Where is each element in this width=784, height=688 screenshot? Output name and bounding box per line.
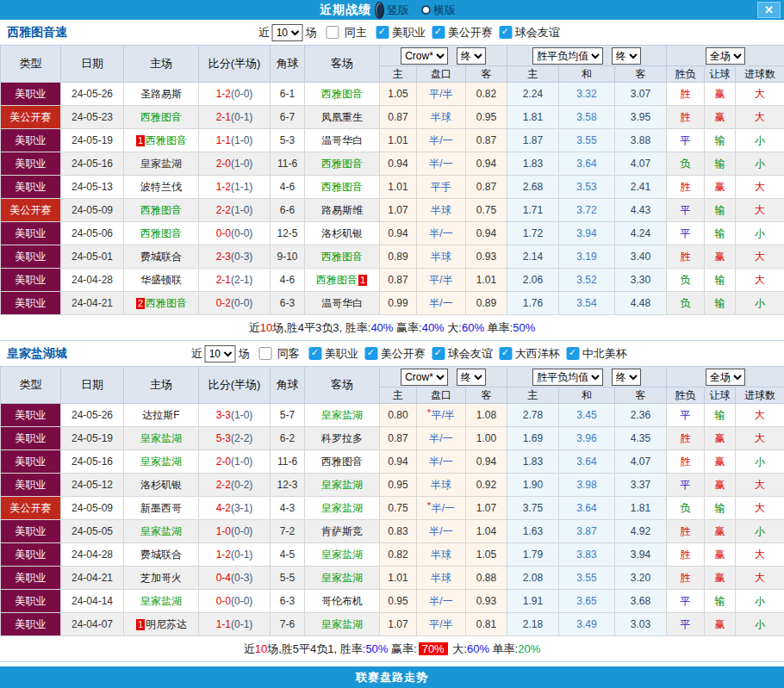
odds-away-cell: 0.93: [466, 590, 507, 613]
away-column-header: 客场: [305, 46, 380, 83]
corner-cell: 6-2: [271, 427, 305, 450]
league-checkbox[interactable]: [376, 26, 389, 39]
corner-cell: 11-6: [271, 152, 305, 176]
team-label: 哥伦布机: [321, 595, 363, 607]
avg-away-cell: 4.43: [615, 199, 667, 222]
halftime-score: (0-0): [231, 297, 252, 309]
home-column-header: 主场: [124, 46, 199, 83]
handicap-result-cell: 赢: [705, 543, 736, 567]
league-checkbox[interactable]: [432, 347, 445, 360]
goals-result-cell: 大: [736, 106, 784, 129]
league-checkbox[interactable]: [500, 26, 513, 39]
score-cell: 2-0(1-0): [199, 152, 271, 176]
halftime-score: (2-1): [231, 274, 252, 286]
match-date-cell: 24-04-07: [61, 613, 124, 636]
summary-segment: 场,胜5平4负1, 胜率:: [267, 642, 365, 657]
score-cell: 2-2(1-0): [199, 199, 271, 222]
league-checkbox[interactable]: [567, 347, 580, 360]
handicap-result-cell: 输: [705, 497, 736, 520]
same-venue-label: 同客: [277, 346, 300, 362]
league-type-cell: 美职业: [1, 567, 61, 590]
final-average-select[interactable]: 终: [612, 47, 641, 65]
league-type-cell: 美职业: [1, 292, 61, 315]
fulltime-score: 0-4: [216, 572, 231, 584]
wdl-average-select[interactable]: 胜平负均值: [532, 47, 603, 65]
match-count-select[interactable]: 10: [272, 24, 303, 41]
avg-away-cell: 4.92: [615, 520, 667, 543]
score-cell: 1-2(0-1): [199, 543, 271, 567]
vertical-layout-radio[interactable]: 竖版: [375, 2, 418, 19]
odds-home-cell: 0.94: [380, 450, 417, 474]
match-row: 美职业24-05-12洛杉矶银2-2(0-2)12-3皇家盐湖0.95半球0.9…: [1, 474, 784, 497]
summary-segment: 单率:: [484, 320, 513, 336]
summary-segment: 近: [249, 320, 260, 336]
league-checkbox[interactable]: [432, 26, 445, 39]
odds-away-cell: 0.94: [466, 222, 507, 245]
home-team-cell: 达拉斯F: [124, 404, 199, 427]
league-checkbox-label: 美职业: [392, 25, 426, 40]
horizontal-layout-radio[interactable]: 横版: [421, 3, 464, 18]
match-count-select[interactable]: 10: [205, 345, 236, 363]
team-label: 西雅图音: [146, 297, 187, 309]
same-venue-checkbox[interactable]: [327, 26, 339, 39]
halftime-score: (3-1): [231, 502, 252, 514]
fulltime-score: 0-0: [216, 595, 231, 607]
final-odds-select[interactable]: 终: [457, 369, 486, 386]
final-average-select[interactable]: 终: [612, 369, 641, 386]
match-row: 美职业24-04-28费城联合1-2(0-1)4-5皇家盐湖0.82半球1.05…: [1, 543, 784, 567]
odds-home-cell: 0.83: [380, 520, 417, 543]
league-checkbox[interactable]: [500, 347, 513, 360]
team-label: 费城联合: [140, 549, 182, 561]
handicap-cell: 平/半: [417, 83, 466, 106]
odds-away-cell: 1.07: [466, 497, 507, 520]
same-venue-checkbox[interactable]: [259, 347, 272, 360]
avg-home-cell: 1.72: [507, 222, 559, 245]
corner-cell: 4-5: [271, 543, 305, 567]
odds-away-cell: 0.75: [466, 199, 507, 222]
handicap-result-cell: 输: [705, 199, 736, 222]
bookmaker-select[interactable]: Crow*: [401, 369, 448, 386]
avg-draw-cell: 3.55: [559, 567, 615, 590]
date-column-header: 日期: [61, 367, 124, 404]
avg-home-cell: 1.91: [507, 590, 559, 613]
corner-cell: 6-7: [271, 106, 305, 129]
fullmatch-select[interactable]: 全场: [706, 47, 745, 65]
close-button[interactable]: ✕: [757, 2, 781, 18]
handicap-result-cell: 输: [705, 152, 736, 176]
score-cell: 2-0(1-0): [199, 450, 271, 474]
score-cell: 1-1(0-1): [199, 613, 271, 636]
odds-away-cell: 0.95: [466, 106, 507, 129]
winlose-result-cell: 平: [667, 222, 705, 245]
team-label: 西雅图音: [146, 134, 187, 146]
league-checkbox[interactable]: [365, 347, 378, 360]
corner-cell: 7-2: [271, 520, 305, 543]
odds-home-cell: 0.82: [380, 543, 417, 567]
match-date-cell: 24-05-23: [61, 106, 124, 129]
fulltime-score: 5-3: [216, 432, 231, 444]
handicap-cell: 半/一: [417, 152, 466, 176]
odds-away-header: 客: [466, 66, 507, 83]
league-type-cell: 美公开赛: [1, 106, 61, 129]
league-type-cell: 美职业: [1, 176, 61, 199]
wdl-average-select[interactable]: 胜平负均值: [532, 369, 603, 386]
halftime-score: (0-2): [231, 479, 252, 491]
section-head-away-team: 皇家盐湖城 近10场同客美职业美公开赛球会友谊大西洋杯中北美杯: [0, 341, 784, 366]
fullmatch-select[interactable]: 全场: [706, 369, 745, 386]
handicap-cell: 半球: [417, 567, 466, 590]
summary-segment: 单率:: [489, 642, 518, 657]
league-type-cell: 美公开赛: [1, 497, 61, 520]
fulltime-score: 4-2: [216, 502, 231, 514]
avg-home-cell: 2.68: [507, 176, 559, 199]
winlose-result-cell: 负: [667, 152, 705, 176]
league-checkbox-label: 美职业: [325, 346, 358, 362]
home-team-cell: 皇家盐湖: [124, 152, 199, 176]
home-team-rows: 美职业24-05-26圣路易斯1-2(0-0)6-1西雅图音1.05平/半0.8…: [1, 83, 784, 315]
score-column-header: 比分(半场): [199, 367, 271, 404]
league-checkbox[interactable]: [309, 347, 322, 360]
final-odds-select[interactable]: 终: [457, 47, 486, 65]
bookmaker-select[interactable]: Crow*: [401, 47, 448, 65]
footer-bar: 联赛盘路走势: [0, 666, 784, 688]
avg-away-cell: 4.07: [615, 450, 667, 474]
summary-segment: 20%: [518, 642, 540, 655]
avg-away-cell: 3.94: [615, 543, 667, 567]
